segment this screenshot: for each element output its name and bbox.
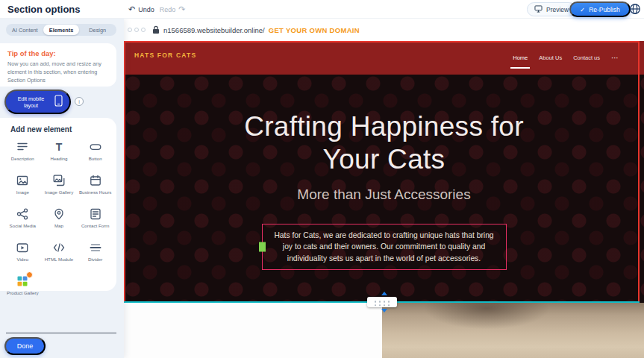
resize-down-arrow-icon <box>381 309 387 313</box>
map-icon <box>52 207 66 221</box>
window-dot <box>141 28 146 32</box>
element-button[interactable]: Button <box>77 140 113 167</box>
window-dot <box>134 28 139 32</box>
element-divider[interactable]: Divider <box>77 241 113 268</box>
contact-form-icon <box>89 207 102 221</box>
nav-more-icon[interactable]: ⋯ <box>611 54 619 62</box>
element-html-module[interactable]: HTML Module <box>41 241 78 268</box>
edit-mobile-label: Edit mobile layout <box>13 95 49 109</box>
element-social-media[interactable]: Social Media <box>4 207 41 234</box>
next-section-image[interactable] <box>382 303 644 358</box>
get-domain-link[interactable]: GET YOUR OWN DOMAIN <box>269 26 360 34</box>
topbar: Section options ↶ Undo Redo ↷ Preview ✓ … <box>0 0 644 19</box>
hero-title[interactable]: Crafting Happiness for Your Cats <box>216 110 552 177</box>
site-url: n1566589.websitebuilder.online/ <box>163 26 265 34</box>
site-nav: Home About Us Contact us ⋯ <box>513 41 619 75</box>
browser-bar: n1566589.websitebuilder.online/ GET YOUR… <box>124 19 644 41</box>
phone-icon <box>54 95 63 109</box>
nav-home[interactable]: Home <box>513 51 528 64</box>
element-description[interactable]: Description <box>4 140 41 167</box>
sidebar-divider <box>6 333 116 333</box>
section-resize-handle[interactable] <box>367 297 397 307</box>
tab-design[interactable]: Design <box>79 25 116 35</box>
lock-icon <box>152 25 160 34</box>
element-map[interactable]: Map <box>41 207 78 234</box>
tip-of-the-day-card: Tip of the day: Now you can add, move an… <box>0 43 116 87</box>
hero-paragraph: Hats for Cats, we are dedicated to craft… <box>270 230 498 264</box>
nav-about-us[interactable]: About Us <box>539 51 562 64</box>
new-badge <box>26 271 33 278</box>
redo-label: Redo <box>160 6 176 13</box>
element-video[interactable]: Video <box>4 241 41 268</box>
tab-ai-content[interactable]: AI Content <box>7 25 43 35</box>
svg-text:T: T <box>56 141 63 153</box>
page-title: Section options <box>7 4 81 15</box>
site-preview: HATS FOR CATS Home About Us Contact us ⋯… <box>124 41 644 303</box>
image-icon <box>16 174 29 187</box>
divider-icon <box>89 241 102 254</box>
undo-icon: ↶ <box>128 5 135 13</box>
element-image-gallery[interactable]: Image Gallery <box>41 174 78 201</box>
edit-mobile-layout-button[interactable]: Edit mobile layout <box>4 90 71 114</box>
nav-contact-us[interactable]: Contact us <box>573 51 600 64</box>
element-grid: Description T Heading Button <box>4 140 113 301</box>
check-icon: ✓ <box>580 6 585 13</box>
element-business-hours[interactable]: Business Hours <box>77 174 113 201</box>
info-icon[interactable]: i <box>75 97 84 106</box>
preview-label: Preview <box>546 6 569 13</box>
video-icon <box>16 241 29 254</box>
html-module-icon <box>52 241 66 254</box>
heading-icon: T <box>52 140 66 154</box>
globe-icon[interactable] <box>628 2 642 16</box>
site-logo[interactable]: HATS FOR CATS <box>134 51 196 59</box>
resize-up-arrow-icon <box>381 292 387 295</box>
hero-subtitle[interactable]: More than Just Accessories <box>235 186 534 203</box>
tip-title: Tip of the day: <box>7 49 109 57</box>
sidebar: AI Content Elements Design Tip of the da… <box>0 19 124 358</box>
done-button[interactable]: Done <box>4 337 46 355</box>
history-controls: ↶ Undo Redo ↷ <box>128 5 185 13</box>
redo-button[interactable]: Redo ↷ <box>160 5 186 13</box>
business-hours-icon <box>89 174 102 187</box>
image-gallery-icon <box>52 174 66 187</box>
add-element-panel: Add new element Description T Heading <box>0 118 116 291</box>
undo-label: Undo <box>138 6 154 13</box>
republish-button[interactable]: ✓ Re-Publish <box>569 1 631 17</box>
element-image[interactable]: Image <box>4 174 41 201</box>
undo-button[interactable]: ↶ Undo <box>128 5 154 13</box>
element-product-gallery[interactable]: Product Gallery <box>4 274 41 301</box>
republish-label: Re-Publish <box>589 6 620 13</box>
element-drag-handle[interactable] <box>259 242 266 252</box>
description-icon <box>16 140 29 154</box>
add-element-title: Add new element <box>10 125 113 134</box>
social-media-icon <box>16 207 29 221</box>
product-gallery-icon <box>16 274 29 288</box>
window-dot <box>128 28 132 32</box>
tab-elements[interactable]: Elements <box>43 25 80 35</box>
sidebar-tabs: AI Content Elements Design <box>6 24 116 36</box>
element-heading[interactable]: T Heading <box>41 140 78 167</box>
app-window: Section options ↶ Undo Redo ↷ Preview ✓ … <box>0 0 644 358</box>
site-header: HATS FOR CATS Home About Us Contact us ⋯ <box>124 41 644 75</box>
drag-dots-icon <box>372 299 392 306</box>
tip-body: Now you can add, move and resize any ele… <box>7 60 109 84</box>
selected-text-element[interactable]: Hats for Cats, we are dedicated to craft… <box>262 224 507 270</box>
hero-section: Crafting Happiness for Your Cats More th… <box>124 75 644 303</box>
canvas-area: n1566589.websitebuilder.online/ GET YOUR… <box>124 19 644 358</box>
element-contact-form[interactable]: Contact Form <box>77 207 113 234</box>
monitor-icon <box>534 5 543 14</box>
redo-icon: ↷ <box>178 5 185 13</box>
button-icon <box>89 140 102 154</box>
